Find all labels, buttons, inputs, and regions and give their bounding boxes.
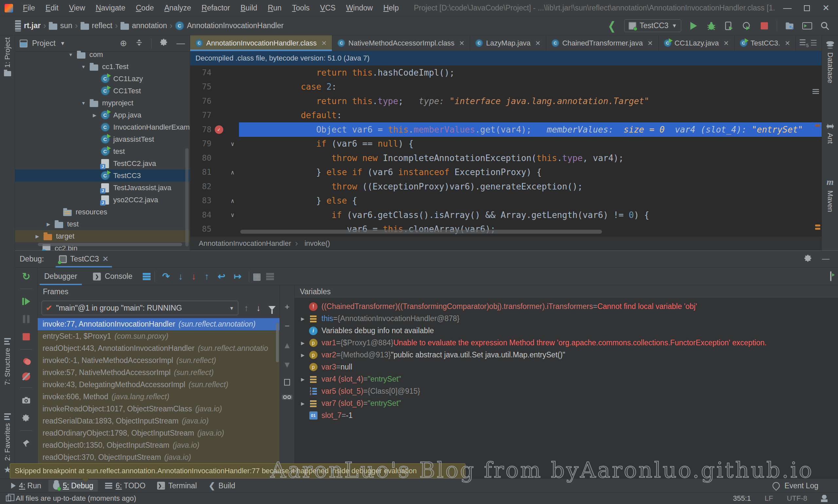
code-editor[interactable]: 74 return this.hashCodeImpl();75 case 2:… (190, 66, 822, 236)
tree-item-cc1test[interactable]: CCC1Test (15, 85, 190, 97)
tab-console[interactable]: ❯ Console (86, 268, 139, 285)
tree-item-test[interactable]: ▶test (15, 218, 190, 230)
editor-tab[interactable]: CTestCC3.✕ (734, 35, 796, 51)
tab-debugger[interactable]: Debugger (38, 268, 84, 285)
stack-frame[interactable]: readOrdinaryObject:1798, ObjectInputStre… (38, 427, 280, 439)
coverage-button[interactable] (724, 21, 734, 31)
run-config-selector[interactable]: TestCC3 ▼ (624, 19, 681, 32)
frames-scrollbar[interactable] (276, 323, 279, 362)
move-watch-down-icon[interactable]: ▼ (283, 360, 291, 370)
stop-button[interactable] (759, 21, 770, 31)
close-icon[interactable]: ✕ (785, 39, 790, 47)
toolwindow-button-5-debug[interactable]: 5: Debug (49, 480, 98, 491)
variable-row[interactable]: pvar3 = null (295, 361, 838, 373)
variable-row[interactable]: 01slot_7 = -1 (295, 410, 838, 421)
pin-icon[interactable] (21, 438, 32, 448)
resume-icon[interactable] (21, 296, 32, 307)
variable-row[interactable]: !((ChainedTransformer)((TransformingComp… (295, 301, 838, 312)
variable-row[interactable]: var5 (slot_5) = {Class[0]@915} (295, 385, 838, 397)
chevron-right-icon[interactable]: ▶ (298, 377, 308, 382)
stack-frame[interactable]: readObject:370, ObjectInputStream(java.i… (38, 451, 280, 464)
sidebar-item-structure[interactable]: 7: Structure (0, 338, 15, 385)
stack-frame[interactable]: invoke0:-1, NativeMethodAccessorImpl(sun… (38, 355, 280, 366)
variable-row[interactable]: ▶this = {AnnotationInvocationHandler@878… (295, 312, 838, 325)
debug-settings-gear-icon[interactable] (21, 413, 32, 423)
code-line-77[interactable]: 77 default: (190, 108, 822, 123)
fold-marker-icon[interactable]: ∨ (226, 140, 239, 147)
tree-item-testcc3[interactable]: CTestCC3 (15, 169, 190, 182)
hide-panel-icon[interactable]: — (822, 254, 830, 264)
menu-item-file[interactable]: File (18, 0, 40, 16)
close-button[interactable]: ✕ (822, 3, 830, 13)
code-line-79[interactable]: 79∨ if (var6 == null) { (190, 137, 822, 151)
thread-dump-icon[interactable] (21, 395, 32, 406)
sidebar-item-maven[interactable]: m Maven (822, 177, 838, 212)
next-frame-icon[interactable]: ↓ (256, 303, 261, 313)
tree-item-app.java[interactable]: ▶CApp.java (15, 109, 190, 121)
chevron-down-icon[interactable]: ▼ (77, 64, 89, 69)
breadcrumb-item[interactable]: sun (49, 21, 72, 30)
variable-row[interactable]: ▶pvar2 = {Method@913} "public abstract j… (295, 349, 838, 361)
prev-frame-icon[interactable]: ↑ (244, 303, 248, 313)
close-icon[interactable]: ✕ (459, 39, 464, 47)
editor-tab[interactable]: CLazyMap.java✕ (470, 35, 546, 51)
stack-frame[interactable]: invoke:77, AnnotationInvocationHandler(s… (38, 318, 280, 330)
variable-row[interactable]: iVariables debug info not available (295, 325, 838, 337)
sidebar-item-project[interactable]: 1: Project (0, 37, 15, 76)
menu-item-run[interactable]: Run (263, 0, 287, 16)
menu-item-edit[interactable]: Edit (40, 0, 64, 16)
highlighting-level-icon[interactable] (821, 495, 827, 502)
close-icon[interactable]: ✕ (647, 39, 653, 47)
menu-item-window[interactable]: Window (341, 0, 378, 16)
gear-icon[interactable] (804, 254, 812, 264)
chevron-right-icon[interactable]: ▶ (42, 221, 54, 227)
debug-session-tab[interactable]: TestCC3 ✕ (56, 251, 112, 267)
code-line-75[interactable]: 75 case 2: (190, 80, 822, 94)
code-line-74[interactable]: 74 return this.hashCodeImpl(); (190, 66, 822, 80)
add-watch-icon[interactable]: + (284, 302, 289, 312)
tree-item-invocationhandlerexamp[interactable]: CInvocationHandlerExamp (15, 121, 190, 133)
stack-frame[interactable]: readSerialData:1893, ObjectInputStream(j… (38, 415, 280, 427)
tree-item-cc1.test[interactable]: ▼cc1.Test (15, 60, 190, 73)
sidebar-item-database[interactable]: Database (822, 41, 838, 83)
editor-tab[interactable]: CNativeMethodAccessorImpl.class✕ (332, 35, 470, 51)
tree-item-com[interactable]: ▼com (15, 49, 190, 60)
editor-hscrollbar[interactable] (240, 230, 602, 234)
menu-item-navigate[interactable]: Navigate (90, 0, 131, 16)
fold-marker-icon[interactable]: ∨ (226, 212, 239, 218)
variable-row[interactable]: ▶var7 (slot_6) = "entrySet" (295, 397, 838, 410)
toolwindow-button-terminal[interactable]: ❯_Terminal (153, 480, 201, 491)
breadcrumb-item[interactable]: annotation (121, 21, 167, 30)
remove-watch-icon[interactable]: − (284, 321, 289, 331)
tree-item-resources[interactable]: resources (15, 206, 190, 218)
maximize-button[interactable] (804, 5, 810, 11)
layout-icon[interactable] (141, 271, 152, 282)
code-line-82[interactable]: 82 throw ((ExceptionProxy)var6).generate… (190, 179, 822, 194)
chevron-right-icon[interactable]: ▶ (298, 340, 308, 346)
code-line-84[interactable]: 84∨ if (var6.getClass().isArray() && Arr… (190, 208, 822, 222)
menu-item-build[interactable]: Build (235, 0, 263, 16)
variable-row[interactable]: ▶var4 (slot_4) = "entrySet" (295, 373, 838, 385)
stack-frame[interactable]: invoke:606, Method(java.lang.reflect) (38, 391, 280, 403)
stack-frame[interactable]: readObject0:1350, ObjectInputStream(java… (38, 439, 280, 451)
variable-row[interactable]: ▶pvar1 = {$Proxy1@884} Unable to evaluat… (295, 337, 838, 349)
run-anything-icon[interactable] (802, 21, 813, 31)
drop-frame-icon[interactable]: ↩ (218, 271, 225, 282)
stack-frame[interactable]: invokeReadObject:1017, ObjectStreamClass… (38, 403, 280, 415)
thread-selector[interactable]: ✔ "main"@1 in group "main": RUNNING ▼ (41, 301, 238, 315)
hide-panel-icon[interactable]: — (176, 38, 185, 49)
move-watch-up-icon[interactable]: ▲ (283, 340, 291, 350)
stack-frame[interactable]: entrySet:-1, $Proxy1(com.sun.proxy) (38, 330, 280, 342)
chevron-right-icon[interactable]: ▶ (298, 353, 308, 358)
stack-frame[interactable]: invoke:57, NativeMethodAccessorImpl(sun.… (38, 366, 280, 379)
pause-icon[interactable] (21, 314, 32, 324)
code-line-76[interactable]: 76 return this.type; type: "interface ja… (190, 94, 822, 108)
code-line-81[interactable]: 81∧ } else if (var6 instanceof Exception… (190, 165, 822, 180)
chevron-right-icon[interactable]: ▶ (89, 112, 101, 118)
chevron-right-icon[interactable]: ▶ (298, 316, 308, 321)
chevron-down-icon[interactable]: ▼ (77, 101, 89, 106)
toolwindow-button-4-run[interactable]: 4: Run (6, 480, 46, 491)
inspections-widget-icon[interactable] (813, 89, 819, 94)
editor-tab[interactable]: CAnnotationInvocationHandler.class✕ (190, 35, 332, 51)
run-button[interactable] (689, 21, 699, 31)
